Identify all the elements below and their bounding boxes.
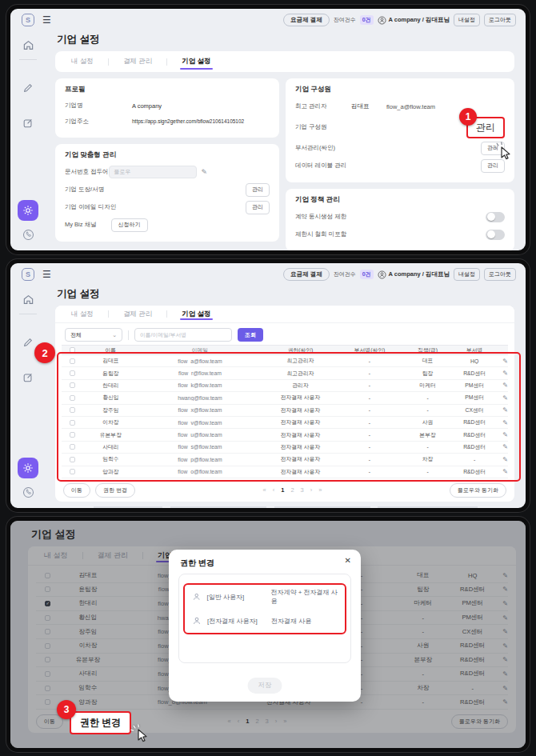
profile-card: 프로필 기업명 A company 기업주소 https://app.sign2… bbox=[55, 78, 279, 138]
move-button[interactable]: 이동 bbox=[63, 483, 90, 498]
page-last[interactable]: » bbox=[318, 486, 322, 494]
logout-button[interactable]: 로그아웃 bbox=[484, 268, 516, 281]
search-button[interactable]: 조회 bbox=[238, 328, 263, 342]
user-icon bbox=[193, 617, 201, 625]
close-icon[interactable]: ✕ bbox=[345, 556, 351, 565]
filter-category-select[interactable]: 전체⌄ bbox=[65, 328, 122, 342]
row-checkbox[interactable] bbox=[70, 395, 75, 401]
header-email: 이메일 bbox=[138, 346, 262, 354]
edit-row-icon[interactable]: ✎ bbox=[494, 419, 508, 426]
toggle-withdraw-switch[interactable] bbox=[486, 230, 505, 240]
plan-payment-button[interactable]: 요금제 결제 bbox=[283, 268, 330, 281]
change-permission-button[interactable]: 권한 변경 bbox=[95, 483, 135, 498]
tab-payment-management[interactable]: 결제 관리 bbox=[120, 51, 155, 72]
remaining-count-label: 잔여건수 bbox=[334, 270, 356, 278]
sidebar-item-sign[interactable] bbox=[22, 82, 34, 94]
plan-payment-button[interactable]: 요금제 결제 bbox=[283, 14, 330, 26]
account-info: A company / 김대표님 bbox=[378, 16, 450, 25]
sidebar-item-settings-active[interactable] bbox=[18, 458, 38, 478]
edit-row-icon[interactable]: ✎ bbox=[494, 394, 508, 402]
cell-email: flow_r@flow.team bbox=[138, 370, 262, 376]
custom-card-title: 기업 맞춤형 관리 bbox=[65, 150, 270, 158]
dept-sign-label: 부서관리(싸인) bbox=[295, 144, 335, 152]
cell-position: - bbox=[401, 469, 454, 474]
row-checkbox[interactable] bbox=[70, 444, 75, 450]
sidebar-item-create[interactable] bbox=[22, 372, 34, 383]
table-row: 한대리flow_k@flow.team관리자-마케터PM센터✎ bbox=[62, 380, 508, 392]
doc-prefix-placeholder: 플로우 bbox=[114, 168, 131, 176]
tab-payment-management[interactable]: 결제 관리 bbox=[120, 306, 155, 322]
cell-name: 윤팀장 bbox=[84, 370, 138, 378]
row-checkbox[interactable] bbox=[70, 420, 75, 426]
edit-row-icon[interactable]: ✎ bbox=[494, 406, 508, 414]
hamburger-menu-icon[interactable]: ☰ bbox=[42, 15, 51, 25]
member-search-input[interactable] bbox=[134, 328, 232, 342]
row-checkbox[interactable] bbox=[70, 382, 75, 388]
page-next[interactable]: › bbox=[310, 486, 313, 494]
row-checkbox[interactable] bbox=[70, 370, 75, 376]
save-button-disabled[interactable]: 저장 bbox=[248, 678, 282, 694]
data-label-manage-button[interactable]: 관리 bbox=[481, 159, 505, 173]
sidebar-item-home[interactable] bbox=[22, 294, 34, 306]
sidebar-item-support[interactable] bbox=[22, 486, 34, 498]
my-settings-button[interactable]: 내설정 bbox=[454, 268, 480, 281]
sidebar-item-support[interactable] bbox=[22, 229, 34, 241]
page-1[interactable]: 1 bbox=[281, 486, 284, 494]
hamburger-menu-icon[interactable]: ☰ bbox=[42, 270, 51, 279]
edit-row-icon[interactable]: ✎ bbox=[494, 443, 508, 450]
row-checkbox[interactable] bbox=[70, 407, 75, 413]
tab-separator bbox=[108, 310, 109, 318]
permission-option-general[interactable]: [일반 사용자] 전자계약 + 전자결재 사용 bbox=[193, 591, 340, 602]
sidebar-item-create[interactable] bbox=[22, 118, 34, 129]
email-design-row: 기업 이메일 디자인 관리 bbox=[65, 198, 270, 216]
members-manage-button-highlighted[interactable]: 1 관리 bbox=[466, 117, 505, 138]
page-first[interactable]: « bbox=[263, 486, 266, 494]
cell-permission: 최고관리자 bbox=[262, 357, 338, 365]
row-checkbox[interactable] bbox=[70, 432, 75, 438]
header-name: 이름 bbox=[84, 346, 138, 354]
tab-company-settings[interactable]: 기업 설정 bbox=[178, 306, 214, 322]
edit-row-icon[interactable]: ✎ bbox=[494, 382, 508, 389]
edit-row-icon[interactable]: ✎ bbox=[494, 370, 508, 377]
tab-company-settings[interactable]: 기업 설정 bbox=[178, 51, 214, 72]
top-admin-name: 김대표 bbox=[351, 102, 386, 110]
page-prev[interactable]: ‹ bbox=[273, 486, 275, 494]
edit-row-icon[interactable]: ✎ bbox=[494, 456, 508, 463]
doc-prefix-input[interactable]: 플로우 bbox=[109, 166, 197, 178]
my-settings-button[interactable]: 내설정 bbox=[454, 14, 480, 26]
page-2[interactable]: 2 bbox=[290, 486, 294, 494]
compose-icon bbox=[22, 118, 34, 129]
sidebar-item-home[interactable] bbox=[22, 39, 34, 51]
edit-row-icon[interactable]: ✎ bbox=[494, 358, 508, 365]
company-url-row: 기업주소 https://app.sign2gether.com/bflow21… bbox=[65, 114, 270, 130]
toggle-concurrent-switch[interactable] bbox=[486, 212, 505, 222]
phone-icon bbox=[22, 486, 34, 498]
mybiz-label: My Biz 채널 bbox=[65, 221, 97, 229]
stamp-manage-button[interactable]: 관리 bbox=[246, 183, 270, 197]
sidebar-divider bbox=[19, 59, 37, 60]
sidebar-item-settings-active[interactable] bbox=[18, 200, 38, 221]
email-design-manage-button[interactable]: 관리 bbox=[246, 201, 270, 214]
tab-my-settings[interactable]: 내 설정 bbox=[68, 51, 97, 72]
tab-separator bbox=[108, 58, 109, 66]
edit-row-icon[interactable]: ✎ bbox=[494, 431, 508, 438]
tab-my-settings[interactable]: 내 설정 bbox=[68, 306, 97, 322]
header-dept: 부서명 bbox=[454, 346, 494, 354]
permission-option-approval[interactable]: [전자결재 사용자] 전자결재 사용 bbox=[193, 615, 340, 626]
change-permission-button-highlighted[interactable]: 권한 변경 bbox=[70, 711, 131, 734]
sidebar-item-sign[interactable] bbox=[22, 337, 34, 348]
company-name-row: 기업명 A company bbox=[65, 98, 270, 114]
edit-row-icon[interactable]: ✎ bbox=[494, 468, 508, 475]
row-checkbox[interactable] bbox=[70, 469, 75, 474]
select-all-checkbox[interactable] bbox=[70, 347, 75, 353]
sync-flow-button[interactable]: 플로우와 동기화 bbox=[450, 483, 506, 498]
row-checkbox[interactable] bbox=[70, 457, 75, 462]
cell-dept-sign: - bbox=[338, 457, 401, 462]
mybiz-apply-button[interactable]: 신청하기 bbox=[111, 218, 148, 232]
option-approval-name: [전자결재 사용자] bbox=[207, 617, 265, 626]
row-checkbox[interactable] bbox=[70, 358, 75, 364]
cell-dept: R&D센터 bbox=[454, 370, 494, 378]
page-3[interactable]: 3 bbox=[301, 486, 304, 494]
edit-prefix-icon[interactable]: ✎ bbox=[202, 168, 208, 176]
logout-button[interactable]: 로그아웃 bbox=[484, 14, 516, 26]
